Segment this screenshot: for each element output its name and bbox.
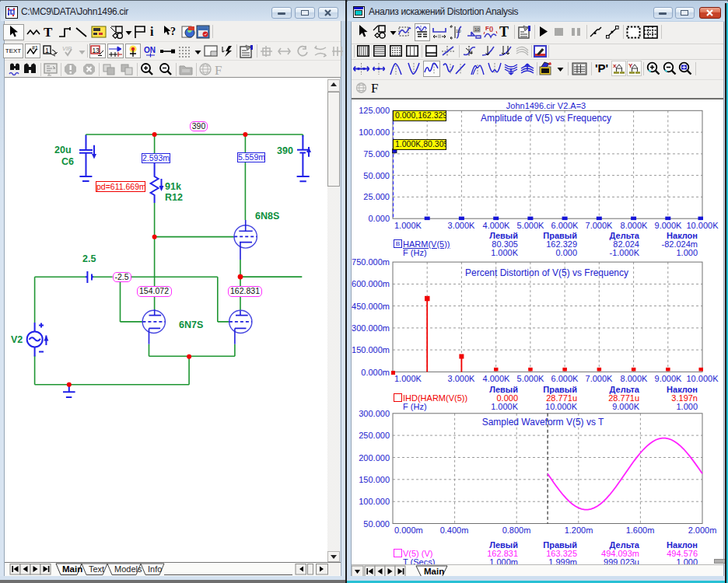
svg-text:#1: #1 — [32, 45, 38, 51]
svg-text:Text: Text — [89, 564, 104, 574]
svg-text:Main: Main — [424, 567, 444, 576]
svg-text:Main: Main — [62, 564, 82, 574]
svg-text:1: 1 — [45, 47, 49, 54]
svg-text:13: 13 — [92, 47, 100, 54]
svg-text:F(): F() — [485, 25, 494, 32]
svg-text:10: 10 — [474, 27, 480, 32]
svg-text:Models: Models — [114, 564, 142, 574]
svg-text:10: 10 — [456, 29, 461, 33]
svg-text:Info: Info — [148, 564, 162, 574]
svg-text:ON: ON — [144, 46, 156, 54]
svg-text:?: ? — [170, 26, 176, 37]
